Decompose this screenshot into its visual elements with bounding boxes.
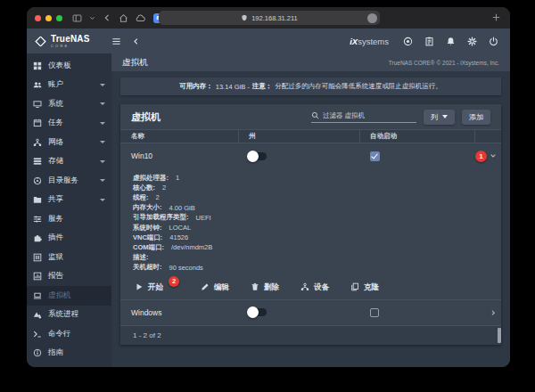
- minimize-window-button[interactable]: [45, 15, 52, 21]
- column-header-state[interactable]: 州: [239, 130, 360, 143]
- sidebar-item-vm[interactable]: 虚拟机: [27, 286, 111, 306]
- filter-label: 过滤器 虚拟机: [323, 111, 365, 120]
- sidebar-item-label: 虚拟机: [48, 290, 71, 301]
- table-row[interactable]: Windows: [120, 300, 501, 325]
- chevron-down-icon: [100, 141, 105, 143]
- sidebar-item-guide[interactable]: 指南: [27, 344, 111, 363]
- card-title: 虚拟机: [131, 110, 160, 124]
- chevron-down-icon[interactable]: [89, 15, 95, 21]
- sidebar-item-plugins[interactable]: 插件: [27, 229, 111, 249]
- sidebar-item-sharing[interactable]: 共享: [27, 191, 111, 210]
- new-tab-button[interactable]: [491, 12, 501, 22]
- autostart-checkbox[interactable]: [370, 308, 379, 317]
- detail-label: COM端口:: [133, 243, 164, 252]
- chevron-down-icon: [100, 84, 105, 86]
- breadcrumb-bar: 虚拟机 TrueNAS CORE® © 2021 - iXsystems, In…: [111, 53, 510, 71]
- sidebar-item-services[interactable]: 服务: [27, 209, 111, 229]
- devices-action-button[interactable]: 设备: [300, 282, 329, 292]
- sidebar-item-processes[interactable]: 系统进程: [27, 306, 111, 325]
- play-action-button[interactable]: 开始2: [135, 282, 179, 292]
- window-controls: [35, 15, 62, 21]
- sidebar-item-accounts[interactable]: 账户: [27, 76, 111, 95]
- sidebar-item-label: 报告: [48, 271, 63, 282]
- detail-line: VNC端口:41526: [133, 233, 501, 242]
- detail-label: 引导加载程序类型:: [133, 213, 189, 222]
- detail-value: 1: [176, 174, 179, 182]
- panel-toggle-icon[interactable]: [72, 13, 82, 23]
- truecommand-icon[interactable]: [403, 37, 413, 46]
- sidebar-item-storage[interactable]: 存储: [27, 152, 111, 172]
- sidebar-item-network[interactable]: 网络: [27, 133, 111, 152]
- columns-button[interactable]: 列: [424, 110, 455, 125]
- state-toggle[interactable]: [249, 308, 267, 316]
- notifications-icon[interactable]: [446, 37, 456, 46]
- sidebar-item-label: 仪表板: [48, 61, 71, 71]
- sidebar-item-reporting[interactable]: 报告: [27, 267, 111, 287]
- collapse-sidebar-icon[interactable]: [132, 37, 140, 45]
- delete-icon: [251, 282, 259, 291]
- brand-name: TrueNAS: [51, 35, 90, 44]
- sidebar-item-directory[interactable]: 目录服务: [27, 171, 111, 191]
- chevron-down-icon: [100, 160, 105, 163]
- detail-line: 描述:: [133, 253, 501, 263]
- back-icon[interactable]: [103, 13, 111, 22]
- refresh-icon[interactable]: [367, 13, 377, 23]
- detail-value: LOCAL: [169, 224, 192, 232]
- zoom-window-button[interactable]: [56, 15, 62, 21]
- detail-label: 核心数:: [133, 184, 155, 192]
- truenas-logo[interactable]: TrueNAS CORE: [27, 35, 111, 48]
- sharing-icon: [33, 195, 42, 204]
- chevron-down-icon: [100, 199, 105, 201]
- add-button[interactable]: 添加: [462, 110, 490, 125]
- chevron-right-icon[interactable]: [490, 309, 497, 316]
- sidebar-item-jails[interactable]: 监狱: [27, 248, 111, 267]
- annotation-badge: 2: [169, 276, 179, 287]
- chevron-down-icon: [100, 122, 105, 125]
- table-row[interactable]: Win10 1: [120, 143, 501, 168]
- storage-icon: [33, 157, 42, 166]
- delete-action-button[interactable]: 删除: [251, 282, 279, 292]
- plugins-icon: [33, 233, 42, 242]
- guide-icon: [33, 348, 42, 357]
- sidebar-item-label: 系统进程: [48, 309, 78, 320]
- vm-icon: [33, 291, 42, 300]
- detail-label: VNC端口:: [133, 233, 162, 242]
- close-window-button[interactable]: [35, 15, 41, 21]
- column-header-name[interactable]: 名称: [120, 130, 239, 143]
- main-area: 虚拟机 TrueNAS CORE® © 2021 - iXsystems, In…: [111, 53, 510, 367]
- clone-action-button[interactable]: 克隆: [350, 282, 379, 292]
- jails-icon: [33, 253, 42, 262]
- sidebar-item-system[interactable]: 系统: [27, 94, 111, 114]
- sidebar-item-label: 插件: [48, 233, 63, 243]
- home-icon[interactable]: [119, 13, 128, 23]
- sidebar-item-label: 共享: [48, 194, 63, 205]
- devices-icon: [300, 282, 309, 291]
- detail-value: 4.00 GiB: [169, 204, 195, 212]
- breadcrumb[interactable]: 虚拟机: [122, 57, 148, 69]
- settings-icon[interactable]: [467, 37, 477, 46]
- sidebar-item-tasks[interactable]: 任务: [27, 114, 111, 134]
- address-bar[interactable]: 192.168.31.211: [159, 11, 380, 25]
- state-toggle[interactable]: [249, 152, 267, 160]
- sidebar-item-dashboard[interactable]: 仪表板: [27, 56, 111, 76]
- shield-icon: [241, 14, 248, 21]
- sidebar-item-label: 指南: [48, 347, 63, 358]
- detail-value: 2: [162, 184, 166, 192]
- scrollbar-thumb[interactable]: [498, 328, 501, 343]
- edit-action-button[interactable]: 编辑: [201, 282, 229, 292]
- sidebar-item-shell[interactable]: 命令行: [27, 324, 111, 344]
- action-label: 开始: [148, 282, 163, 292]
- chevron-down-icon[interactable]: [490, 152, 497, 159]
- filter-input[interactable]: 过滤器 虚拟机: [311, 111, 416, 123]
- system-icon: [33, 100, 42, 109]
- column-header-autostart[interactable]: 自动启动: [360, 130, 475, 143]
- menu-icon[interactable]: [111, 37, 121, 46]
- autostart-checkbox[interactable]: [370, 151, 380, 161]
- detail-value: 90 seconds: [169, 264, 203, 272]
- power-icon[interactable]: [489, 37, 498, 46]
- network-icon: [33, 138, 42, 147]
- tasks-icon[interactable]: [424, 37, 434, 46]
- action-label: 克隆: [364, 282, 379, 292]
- cloud-icon[interactable]: [136, 13, 145, 23]
- chevron-down-icon: [100, 179, 105, 182]
